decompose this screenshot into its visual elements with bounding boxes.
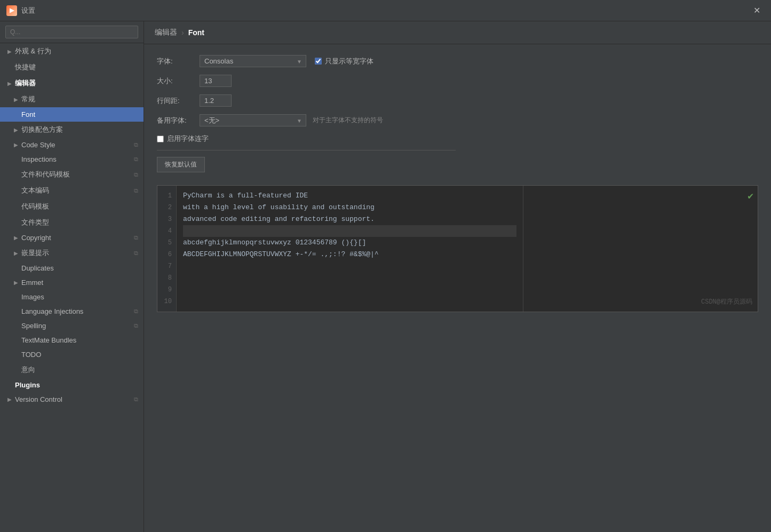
sidebar-item-copyright[interactable]: ▶Copyright⧉ (0, 231, 144, 245)
preview-area: 12345678910 PyCharm is a full-featured I… (157, 185, 758, 312)
ligature-checkbox[interactable] (157, 136, 164, 142)
sidebar-item-intention[interactable]: 意向 (0, 362, 144, 378)
sidebar-item-label: Spelling (21, 322, 46, 330)
title-bar: ▶ 设置 ✕ (0, 0, 771, 21)
line-number-4: 4 (157, 225, 176, 237)
fallback-select[interactable]: <无> (200, 114, 306, 126)
chevron-icon: ▶ (14, 97, 18, 102)
line-number-7: 7 (157, 260, 176, 272)
sidebar-item-label: 文件和代码模板 (21, 170, 70, 179)
sidebar-item-label: TextMate Bundles (21, 336, 76, 344)
sidebar-item-label: Font (21, 110, 35, 118)
fallback-font-row: 备用字体: <无> 对于主字体不支持的符号 (157, 114, 758, 126)
preview-line-8 (183, 272, 516, 284)
checkmark-icon: ✔ (748, 190, 753, 202)
watermark: CSDN@程序员源码 (701, 297, 752, 306)
window-title: 设置 (21, 6, 749, 15)
main-panel: 编辑器 › Font 字体: Consolas Courier New Deja… (144, 21, 771, 532)
sidebar-item-emmet[interactable]: ▶Emmet (0, 275, 144, 290)
copy-icon: ⧉ (134, 322, 138, 329)
divider (157, 150, 456, 150)
preview-line-3: advanced code editing and refactoring su… (183, 213, 516, 225)
size-input[interactable] (200, 75, 232, 87)
sidebar-item-label: 切换配色方案 (21, 125, 63, 134)
sidebar-item-todo[interactable]: TODO (0, 347, 144, 362)
sidebar-item-live-templates[interactable]: 代码模板 (0, 198, 144, 215)
preview-line-5: abcdefghijklmnopqrstuvwxyz 0123456789 ()… (183, 237, 516, 249)
chevron-icon: ▶ (7, 49, 12, 54)
sidebar: ▶外观 & 行为快捷键▶编辑器▶常规Font▶切换配色方案▶Code Style… (0, 21, 144, 532)
sidebar-item-keymap[interactable]: 快捷键 (0, 59, 144, 75)
font-row: 字体: Consolas Courier New DejaVu Sans Mon… (157, 55, 758, 67)
copy-icon: ⧉ (134, 187, 138, 194)
sidebar-item-inlay-hints[interactable]: ▶嵌显提示⧉ (0, 245, 144, 261)
sidebar-item-label: TODO (21, 351, 41, 359)
line-number-9: 9 (157, 284, 176, 296)
app-icon: ▶ (6, 5, 17, 16)
sidebar-item-file-types[interactable]: 文件类型 (0, 215, 144, 231)
line-spacing-input[interactable] (200, 94, 232, 107)
sidebar-item-plugins[interactable]: Plugins (0, 378, 144, 392)
preview-line-6: ABCDEFGHIJKLMNOPQRSTUVWXYZ +-*/= .,;:!? … (183, 249, 516, 260)
sidebar-item-file-encoding[interactable]: 文本编码⧉ (0, 182, 144, 198)
sidebar-item-color-scheme[interactable]: ▶切换配色方案 (0, 122, 144, 138)
sidebar-item-file-templates[interactable]: 文件和代码模板⧉ (0, 166, 144, 182)
sidebar-item-appearance[interactable]: ▶外观 & 行为 (0, 43, 144, 59)
chevron-icon: ▶ (14, 250, 18, 256)
chevron-icon: ▶ (14, 127, 18, 133)
preview-line-10 (183, 296, 516, 307)
sidebar-item-code-style[interactable]: ▶Code Style⧉ (0, 138, 144, 152)
preview-line-numbers: 12345678910 (157, 186, 177, 312)
line-number-3: 3 (157, 213, 176, 225)
breadcrumb-separator: › (181, 28, 184, 37)
search-input[interactable] (5, 26, 138, 38)
sidebar-item-label: Copyright (21, 234, 51, 242)
sidebar-item-vcs[interactable]: ▶Version Control⧉ (0, 392, 144, 407)
sidebar-item-inspections[interactable]: Inspections⧉ (0, 152, 144, 166)
chevron-icon: ▶ (7, 81, 12, 86)
main-content: ▶外观 & 行为快捷键▶编辑器▶常规Font▶切换配色方案▶Code Style… (0, 21, 771, 532)
copy-icon: ⧉ (134, 171, 138, 178)
sidebar-item-spelling[interactable]: Spelling⧉ (0, 319, 144, 333)
preview-line-7 (183, 260, 516, 272)
chevron-icon: ▶ (7, 396, 12, 402)
preview-content: PyCharm is a full-featured IDEwith a hig… (177, 186, 523, 312)
sidebar-item-images[interactable]: Images (0, 290, 144, 304)
copy-icon: ⧉ (134, 308, 138, 315)
breadcrumb: 编辑器 › Font (144, 21, 771, 44)
sidebar-item-label: Plugins (15, 381, 40, 389)
copy-icon: ⧉ (134, 396, 138, 403)
line-number-2: 2 (157, 202, 176, 213)
font-select-wrapper: Consolas Courier New DejaVu Sans Mono Fi… (200, 55, 306, 67)
monospace-checkbox[interactable] (315, 58, 322, 65)
sidebar-item-label: Images (21, 293, 44, 301)
font-label: 字体: (157, 57, 200, 66)
settings-window: ▶ 设置 ✕ ▶外观 & 行为快捷键▶编辑器▶常规Font▶切换配色方案▶Cod… (0, 0, 771, 532)
fallback-select-wrapper: <无> (200, 114, 306, 126)
line-spacing-label: 行间距: (157, 96, 200, 106)
restore-default-button[interactable]: 恢复默认值 (157, 157, 205, 172)
sidebar-item-editor[interactable]: ▶编辑器 (0, 75, 144, 91)
monospace-checkbox-row: 只显示等宽字体 (315, 57, 373, 66)
copy-icon: ⧉ (134, 141, 138, 148)
sidebar-item-label: Version Control (15, 395, 62, 403)
sidebar-item-label: 编辑器 (15, 78, 36, 88)
sidebar-item-label: 外观 & 行为 (15, 46, 51, 56)
sidebar-item-general[interactable]: ▶常规 (0, 91, 144, 107)
sidebar-item-textmate[interactable]: TextMate Bundles (0, 333, 144, 347)
preview-line-9 (183, 284, 516, 296)
sidebar-list: ▶外观 & 行为快捷键▶编辑器▶常规Font▶切换配色方案▶Code Style… (0, 43, 144, 407)
line-number-1: 1 (157, 190, 176, 202)
copy-icon: ⧉ (134, 156, 138, 163)
sidebar-item-font[interactable]: Font (0, 107, 144, 122)
breadcrumb-parent: 编辑器 (155, 28, 177, 37)
ligature-row: 启用字体连字 (157, 134, 758, 144)
line-number-10: 10 (157, 296, 176, 307)
sidebar-item-duplicates[interactable]: Duplicates (0, 261, 144, 275)
close-button[interactable]: ✕ (749, 3, 765, 18)
font-select[interactable]: Consolas Courier New DejaVu Sans Mono Fi… (200, 55, 306, 67)
sidebar-item-label: 代码模板 (21, 202, 49, 211)
fallback-label: 备用字体: (157, 116, 200, 125)
sidebar-item-lang-injections[interactable]: Language Injections⧉ (0, 304, 144, 319)
preview-right-panel: ✔ CSDN@程序员源码 (523, 186, 758, 312)
